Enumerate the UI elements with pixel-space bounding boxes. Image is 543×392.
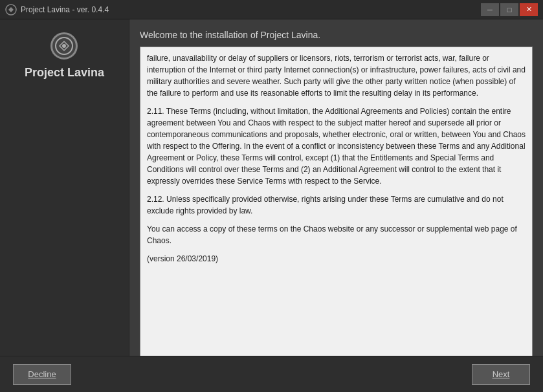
app-icon-small	[5, 4, 17, 16]
app-logo-svg	[54, 36, 74, 56]
license-paragraph-2: 2.11. These Terms (including, without li…	[147, 105, 526, 187]
main-container: Project Lavina CHAOSGROUP Welcome to the…	[0, 19, 543, 392]
welcome-title: Welcome to the installation of Project L…	[140, 30, 533, 40]
svg-point-2	[62, 44, 66, 48]
next-button[interactable]: Next	[472, 364, 530, 385]
sidebar-logo-area: Project Lavina	[25, 32, 104, 80]
minimize-button[interactable]: ─	[481, 3, 499, 16]
license-paragraph-4: You can access a copy of these terms on …	[147, 223, 526, 246]
window-controls: ─ □ ✕	[481, 3, 538, 16]
footer: Decline Next	[0, 356, 543, 392]
window-title: Project Lavina - ver. 0.4.4	[21, 5, 109, 14]
titlebar-left: Project Lavina - ver. 0.4.4	[5, 4, 109, 16]
sidebar-app-name: Project Lavina	[25, 66, 104, 80]
license-paragraph-5: (version 26/03/2019)	[147, 253, 526, 265]
license-paragraph-3: 2.12. Unless specifically provided other…	[147, 193, 526, 217]
license-text-box[interactable]: failure, unavailability or delay of supp…	[140, 47, 533, 373]
license-paragraph-1: failure, unavailability or delay of supp…	[147, 52, 526, 99]
decline-button[interactable]: Decline	[13, 364, 71, 385]
maximize-button[interactable]: □	[500, 3, 518, 16]
sidebar: Project Lavina CHAOSGROUP	[0, 19, 129, 392]
content-area: Welcome to the installation of Project L…	[129, 19, 543, 392]
close-button[interactable]: ✕	[520, 3, 538, 16]
app-logo	[50, 32, 78, 60]
titlebar: Project Lavina - ver. 0.4.4 ─ □ ✕	[0, 0, 543, 19]
